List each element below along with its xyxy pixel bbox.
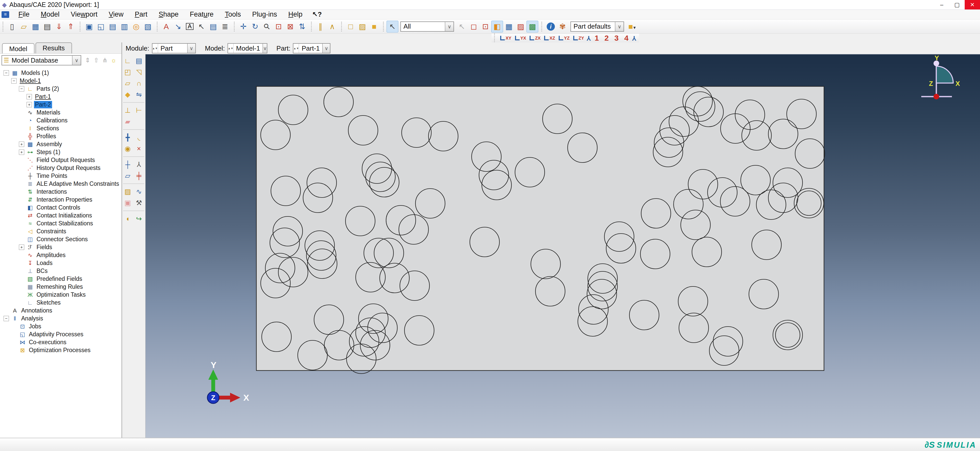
part-combo[interactable]: ▲▼ Part-1 ∨ (293, 43, 331, 53)
annotation-manager-icon-button[interactable]: ▤ (207, 21, 219, 32)
print-icon-button[interactable]: ▤ (41, 21, 53, 32)
cascade-viewports-icon-button[interactable]: ◱ (95, 21, 107, 32)
toolbar-grip[interactable] (80, 22, 81, 32)
tree-item-time-points[interactable]: ┼Time Points (0, 172, 121, 180)
mesh-cube-icon-button[interactable]: ▦ (503, 21, 515, 32)
part-manager-tool-button[interactable]: ▤ (133, 55, 145, 67)
tree-item-materials[interactable]: ∿Materials (0, 108, 121, 116)
tab-results[interactable]: Results (35, 42, 72, 53)
tree-item-annotations[interactable]: AAnnotations (0, 307, 121, 314)
bottom-view-button[interactable]: XZ (543, 36, 556, 40)
menu-model[interactable]: Model (35, 10, 65, 19)
select-tool-icon-button[interactable]: ↖ (387, 21, 398, 32)
tree-item-optimization-processes[interactable]: ⊠Optimization Processes (0, 346, 121, 354)
chevron-down-icon[interactable]: ∨ (615, 22, 624, 31)
menu-viewport[interactable]: Viewport (65, 10, 103, 19)
left-view-button[interactable]: YZ (558, 36, 571, 40)
spin-arrows-button[interactable]: ⇕ (83, 56, 92, 65)
tree-item-jobs[interactable]: ⊡Jobs (0, 322, 121, 330)
tree-item-contact-initializations[interactable]: ⇄Contact Initializations (0, 212, 121, 220)
create-text-annotation-icon-button[interactable]: A (184, 21, 196, 32)
spinner-icon[interactable]: ▲▼ (153, 44, 158, 53)
collapse-icon[interactable]: − (19, 86, 24, 91)
tree-item-models[interactable]: −▦Models (1) (0, 69, 121, 77)
close-button[interactable]: ✕ (965, 0, 980, 10)
menu-feature[interactable]: Feature (184, 10, 219, 19)
datum-point-xyz-tool-button[interactable]: ┼ (122, 159, 133, 170)
maximize-button[interactable]: ▢ (949, 0, 965, 10)
save-database-icon-button[interactable]: ▦ (30, 21, 41, 32)
mirror-part-tool-button[interactable]: ⇋ (133, 89, 145, 100)
datum-axis-tool-button[interactable]: ⅄ (133, 159, 145, 170)
create-planar-shell-tool-button[interactable]: ▱ (122, 78, 133, 89)
edit-mesh-tool-button[interactable]: ∿ (133, 186, 145, 197)
spinner-icon[interactable]: ▲▼ (228, 44, 234, 53)
menu-view[interactable]: View (103, 10, 129, 19)
create-cut-tool-button[interactable]: × (133, 143, 145, 155)
create-part-tool-button[interactable]: ∟ (122, 55, 133, 67)
perspective-projection-icon-button[interactable]: ∧ (326, 21, 338, 32)
box-zoom-icon-button[interactable]: ⊡ (273, 21, 285, 32)
folder-up-button[interactable]: ⇧ (92, 56, 100, 65)
toolbar-grip[interactable] (311, 22, 313, 32)
tree-item-interaction-properties[interactable]: ⇵Interaction Properties (0, 196, 121, 204)
menu-shape[interactable]: Shape (153, 10, 184, 19)
menu-file[interactable]: File (13, 10, 35, 19)
viewport-canvas[interactable]: Y Z X Z Y X (146, 54, 980, 438)
tree-item-contact-controls[interactable]: ◧Contact Controls (0, 204, 121, 212)
apply-color-cube-icon-button[interactable]: ■ (626, 21, 638, 32)
spinner-icon[interactable]: ▲▼ (293, 44, 299, 53)
translate-feature-tool-button[interactable]: ⊢ (133, 105, 145, 116)
tree-item-connector-sections[interactable]: ◫Connector Sections (0, 235, 121, 243)
tree-item-assembly[interactable]: +▩Assembly (0, 140, 121, 148)
tree-item-fields[interactable]: +ℱFields (0, 243, 121, 251)
create-viewport-icon-button[interactable]: ▣ (83, 21, 95, 32)
tree-item-loads[interactable]: ↧Loads (0, 259, 121, 267)
tree-item-amplitudes[interactable]: ∿Amplitudes (0, 251, 121, 259)
select-annotation-icon-button[interactable]: ↖ (196, 21, 207, 32)
expand-icon[interactable]: + (27, 102, 32, 107)
fit-view-icon-button[interactable]: ⊠ (285, 21, 296, 32)
tree-item-remeshing-rules[interactable]: ▦Remeshing Rules (0, 283, 121, 291)
right-view-button[interactable]: ZY (572, 36, 585, 40)
menu-part[interactable]: Part (129, 10, 153, 19)
tree-item-co-executions[interactable]: ⋈Co-executions (0, 338, 121, 346)
expand-icon[interactable]: + (19, 245, 24, 250)
tips-lightbulb-button[interactable]: ☼ (109, 56, 118, 65)
expand-icon[interactable]: + (19, 150, 24, 155)
tree-item-analysis[interactable]: −‖Analysis (0, 314, 121, 322)
toolbar-grip[interactable] (383, 22, 385, 32)
tree-item-predefined-fields[interactable]: ▧Predefined Fields (0, 275, 121, 283)
pan-view-icon-button[interactable]: ✛ (237, 21, 249, 32)
color-palette-icon-button[interactable]: ✾ (557, 21, 568, 32)
tree-item-contact-stabilizations[interactable]: ≈Contact Stabilizations (0, 220, 121, 228)
tree-item-sketches[interactable]: ∟Sketches (0, 299, 121, 307)
create-hole-tool-button[interactable]: ◉ (122, 143, 133, 155)
datum-plane-tool-button[interactable]: ▱ (122, 170, 133, 182)
user-view-1-button[interactable]: 1 (593, 34, 601, 42)
chevron-down-icon[interactable]: ∨ (262, 44, 267, 53)
drag-shape-select-icon-button[interactable]: ◻ (468, 21, 479, 32)
new-file-icon-button[interactable]: ▯ (6, 21, 18, 32)
viewport-annotation-options-icon-button[interactable]: ▧ (142, 21, 154, 32)
toolbar-grip[interactable] (157, 22, 158, 32)
create-round-fillet-tool-button[interactable]: ◟ (133, 132, 145, 143)
magnify-view-icon-button[interactable]: ⚲ (261, 21, 273, 32)
user-view-4-button[interactable]: 4 (622, 34, 631, 42)
edit-vertex-tool-button[interactable]: ╋ (122, 132, 133, 143)
tree-item-history-output[interactable]: ⋰History Output Requests (0, 164, 121, 172)
model-combo[interactable]: ▲▼ Model-1 ∨ (228, 43, 267, 53)
parallel-projection-icon-button[interactable]: ∥ (315, 21, 326, 32)
tile-vertically-icon-button[interactable]: ▥ (118, 21, 130, 32)
convert-shell-tool-button[interactable]: ↪ (133, 213, 145, 224)
toolbar-grip[interactable] (3, 22, 4, 32)
edit-annotations-icon-button[interactable]: A (161, 21, 172, 32)
chevron-down-icon[interactable]: ∨ (187, 44, 195, 53)
select-inactive-icon-button[interactable]: ↖ (456, 21, 468, 32)
toolbar-grip[interactable] (234, 22, 235, 32)
blend-edges-tool-button[interactable]: ◖ (122, 213, 133, 224)
user-view-3-button[interactable]: 3 (612, 34, 621, 42)
tree-item-profiles[interactable]: ╬Profiles (0, 132, 121, 140)
instance-links-button[interactable]: ⋔ (100, 56, 109, 65)
collapse-icon[interactable]: − (3, 70, 9, 76)
